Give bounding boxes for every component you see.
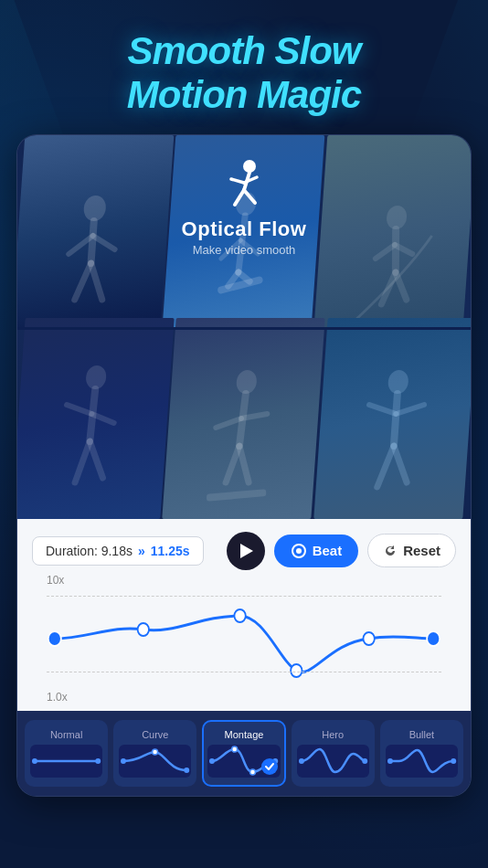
- svg-point-59: [232, 746, 238, 752]
- svg-point-60: [250, 769, 256, 775]
- svg-line-21: [66, 405, 92, 414]
- chart-dashed-bottom: [47, 672, 441, 672]
- svg-point-49: [291, 664, 302, 677]
- svg-line-23: [75, 441, 90, 482]
- option-bullet[interactable]: Bullet: [380, 720, 463, 787]
- svg-line-36: [377, 446, 393, 487]
- bottom-panels: [17, 318, 471, 519]
- svg-point-32: [387, 370, 408, 394]
- svg-line-40: [231, 179, 244, 183]
- option-montage-label: Montage: [225, 729, 264, 740]
- reset-label: Reset: [403, 543, 440, 558]
- option-normal-label: Normal: [50, 729, 82, 740]
- svg-point-58: [209, 758, 215, 764]
- svg-point-47: [138, 623, 149, 636]
- svg-point-25: [236, 370, 258, 394]
- svg-rect-31: [207, 489, 266, 502]
- svg-line-34: [368, 405, 397, 414]
- duration-original: Duration: 9.18s: [46, 544, 133, 558]
- option-normal[interactable]: Normal: [25, 720, 108, 787]
- svg-line-24: [87, 441, 105, 478]
- option-curve-preview: [119, 745, 191, 778]
- duration-new: 11.25s: [151, 544, 190, 558]
- options-row: Normal Curve Mo: [17, 711, 471, 796]
- duration-badge: Duration: 9.18s » 11.25s: [32, 536, 204, 566]
- svg-point-46: [48, 631, 61, 646]
- svg-line-42: [235, 190, 244, 205]
- beat-label: Beat: [313, 543, 343, 558]
- svg-line-33: [393, 394, 397, 446]
- svg-point-53: [32, 758, 37, 764]
- svg-line-43: [244, 190, 255, 203]
- option-montage[interactable]: Montage: [202, 720, 285, 787]
- svg-point-51: [427, 631, 440, 646]
- option-bullet-preview: [386, 745, 458, 778]
- svg-line-5: [88, 263, 104, 300]
- title-line1: Smooth Slow: [128, 29, 361, 72]
- svg-point-62: [299, 758, 304, 764]
- chart-dashed-top: [47, 596, 441, 597]
- play-icon: [240, 544, 253, 558]
- logo-area: Optical Flow Make video smooth: [17, 135, 471, 257]
- chart-area: [47, 588, 441, 689]
- reset-icon: [383, 544, 398, 558]
- svg-line-30: [237, 446, 251, 482]
- controls-section: Duration: 9.18s » 11.25s Beat Reset: [17, 519, 471, 711]
- play-button[interactable]: [227, 532, 265, 570]
- reset-button[interactable]: Reset: [367, 534, 456, 567]
- active-check: [261, 758, 278, 775]
- option-hero[interactable]: Hero: [292, 720, 375, 787]
- option-normal-preview: [30, 745, 102, 778]
- panel-divider: [17, 327, 471, 330]
- option-curve[interactable]: Curve: [113, 720, 196, 787]
- svg-line-4: [74, 263, 90, 300]
- option-montage-preview: [207, 745, 280, 778]
- chart-label-bottom: 1.0x: [47, 691, 441, 704]
- title-line2: Motion Magic: [127, 73, 361, 116]
- svg-point-50: [363, 632, 374, 645]
- panel-stretch: [313, 318, 472, 519]
- photo-collage: Optical Flow Make video smooth: [17, 135, 471, 519]
- svg-point-19: [85, 365, 107, 389]
- option-curve-label: Curve: [142, 729, 168, 740]
- logo-name: Optical Flow: [182, 217, 307, 241]
- svg-point-45: [296, 548, 302, 554]
- svg-point-54: [95, 758, 101, 764]
- page-title: Smooth Slow Motion Magic: [0, 29, 488, 118]
- svg-line-12: [238, 272, 250, 281]
- duration-row: Duration: 9.18s » 11.25s Beat Reset: [32, 532, 456, 570]
- title-area: Smooth Slow Motion Magic: [0, 0, 488, 134]
- chart-section: 10x 1.0x: [32, 570, 456, 711]
- option-hero-label: Hero: [322, 729, 344, 740]
- svg-point-57: [184, 767, 189, 773]
- panel-surf: [163, 318, 326, 519]
- svg-point-65: [451, 758, 456, 764]
- speed-curve-svg: [47, 588, 441, 689]
- svg-point-64: [387, 758, 393, 764]
- main-card: Optical Flow Make video smooth Duration:…: [16, 134, 472, 797]
- option-bullet-label: Bullet: [409, 729, 435, 740]
- svg-point-55: [121, 758, 126, 764]
- beat-icon: [291, 543, 307, 559]
- option-hero-preview: [297, 745, 369, 778]
- svg-line-27: [216, 418, 241, 428]
- logo-tagline: Make video smooth: [193, 243, 296, 257]
- duration-arrow: »: [138, 544, 145, 558]
- svg-point-38: [243, 160, 256, 173]
- panel-dance: [16, 318, 175, 519]
- svg-point-63: [362, 758, 367, 764]
- svg-point-48: [234, 609, 245, 622]
- optical-flow-icon: [217, 157, 271, 212]
- chart-label-top: 10x: [47, 574, 441, 587]
- svg-line-37: [390, 446, 408, 482]
- svg-point-56: [153, 749, 158, 755]
- beat-button[interactable]: Beat: [274, 535, 359, 567]
